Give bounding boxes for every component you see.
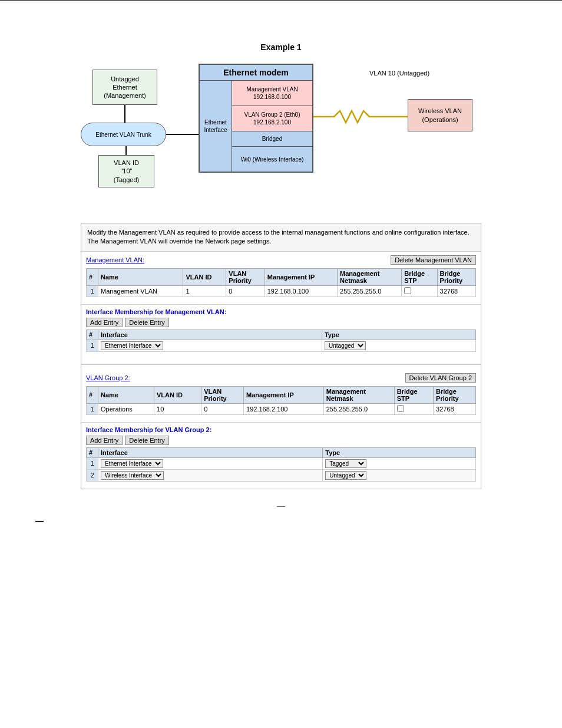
table-row: 1 Management VLAN 1 0 192.168.0.100 255.… <box>87 285 476 297</box>
eth-interface-label: EthernetInterface <box>200 81 232 172</box>
wireless-vlan-box: Wireless VLAN (Operations) <box>408 99 472 131</box>
eth-modem-box: Ethernet modem EthernetInterface Managem… <box>199 64 313 173</box>
col-mgmt-netmask: ManagementNetmask <box>323 386 394 403</box>
col-mgmt-ip: Management IP <box>244 386 324 403</box>
col-num: # <box>87 268 98 285</box>
mgmt-add-entry-btn[interactable]: Add Entry <box>86 318 123 327</box>
network-diagram: Untagged Ethernet (Management) Ethernet … <box>35 64 527 199</box>
vlan2-interface-table: # Interface Type 1 Ethernet Interface <box>86 447 476 482</box>
mgmt-vlan-row: Management VLAN192.168.0.100 <box>232 81 312 106</box>
vlan-group2-row: VLAN Group 2 (Eth0)192.168.2.100 <box>232 106 312 131</box>
col-num: # <box>87 447 98 457</box>
delete-vlan-group2-btn[interactable]: Delete VLAN Group 2 <box>405 373 476 383</box>
col-mgmt-netmask: ManagementNetmask <box>338 268 402 285</box>
type-select-2b[interactable]: Untagged Tagged <box>325 471 366 480</box>
col-vlanid: VLAN ID <box>183 268 226 285</box>
delete-mgmt-vlan-btn[interactable]: Delete Management VLAN <box>391 255 476 265</box>
col-num: # <box>87 330 98 340</box>
eth-modem-title: Ethernet modem <box>200 65 312 80</box>
interface-select-2a[interactable]: Ethernet Interface <box>101 459 163 468</box>
col-mgmt-ip: Management IP <box>265 268 337 285</box>
management-vlan-section: Management VLAN: Delete Management VLAN … <box>81 252 481 304</box>
top-divider <box>0 0 562 1</box>
vlan2-interface-section: Interface Membership for VLAN Group 2: A… <box>81 422 481 489</box>
table-row: 2 Wireless Interface Untagged Tagged <box>87 469 476 481</box>
interface-select-1[interactable]: Ethernet Interface <box>101 341 163 350</box>
config-panel: Modify the Management VLAN as required t… <box>81 223 481 489</box>
col-num: # <box>87 386 98 403</box>
mgmt-vlan-title[interactable]: Management VLAN: <box>86 256 144 263</box>
table-row: 1 Ethernet Interface Tagged Untagged <box>87 457 476 469</box>
mgmt-interface-title: Interface Membership for Management VLAN… <box>86 308 476 315</box>
col-interface: Interface <box>98 447 323 457</box>
type-select-1[interactable]: Untagged Tagged <box>325 341 366 350</box>
bridged-row: Bridged <box>232 131 312 147</box>
col-vlanid: VLAN ID <box>154 386 201 403</box>
stp-checkbox-2[interactable] <box>397 405 404 412</box>
vlan10-label: VLAN 10 (Untagged) <box>369 70 429 77</box>
bottom-sep-1: — <box>35 501 527 510</box>
col-bridge-stp: BridgeSTP <box>394 386 433 403</box>
vlan-group2-table: # Name VLAN ID VLANPriority Management I… <box>86 386 476 415</box>
vlan-group-divider <box>81 364 481 365</box>
mgmt-delete-entry-btn[interactable]: Delete Entry <box>125 318 169 327</box>
type-select-2a[interactable]: Tagged Untagged <box>325 459 366 468</box>
table-row: 1 Operations 10 0 192.168.2.100 255.255.… <box>87 403 476 414</box>
vlan2-interface-title: Interface Membership for VLAN Group 2: <box>86 426 476 433</box>
vlan-group2-section: VLAN Group 2: Delete VLAN Group 2 # Name… <box>81 370 481 422</box>
mgmt-interface-section: Interface Membership for Management VLAN… <box>81 304 481 359</box>
col-name: Name <box>98 386 154 403</box>
col-interface: Interface <box>98 330 322 340</box>
config-description: Modify the Management VLAN as required t… <box>81 223 481 252</box>
vlan-group2-title[interactable]: VLAN Group 2: <box>86 374 130 381</box>
vlan2-delete-entry-btn[interactable]: Delete Entry <box>125 436 169 445</box>
col-bridge-priority: BridgePriority <box>434 386 476 403</box>
bottom-sep-2: — <box>35 516 527 526</box>
mgmt-vlan-table: # Name VLAN ID VLANPriority Management I… <box>86 268 476 297</box>
page-title: Example 1 <box>35 42 527 52</box>
col-name: Name <box>98 268 183 285</box>
col-vlan-priority: VLANPriority <box>201 386 244 403</box>
col-bridge-stp: BridgeSTP <box>402 268 437 285</box>
col-type: Type <box>322 330 475 340</box>
col-type: Type <box>323 447 476 457</box>
stp-checkbox[interactable] <box>404 287 411 294</box>
table-row: 1 Ethernet Interface Untagged Tagged <box>87 340 476 351</box>
untagged-eth-box: Untagged Ethernet (Management) <box>92 70 157 105</box>
col-vlan-priority: VLANPriority <box>226 268 265 285</box>
col-bridge-priority: BridgePriority <box>437 268 475 285</box>
interface-select-2b[interactable]: Wireless Interface <box>101 471 164 480</box>
wi0-row: Wi0 (Wireless Interface) <box>232 147 312 172</box>
vlan-trunk-box: Ethernet VLAN Trunk <box>81 123 166 146</box>
mgmt-interface-table: # Interface Type 1 Ethernet Interface <box>86 330 476 352</box>
vlan-id-box: VLAN ID "10" (Tagged) <box>98 155 154 187</box>
vlan2-add-entry-btn[interactable]: Add Entry <box>86 436 123 445</box>
